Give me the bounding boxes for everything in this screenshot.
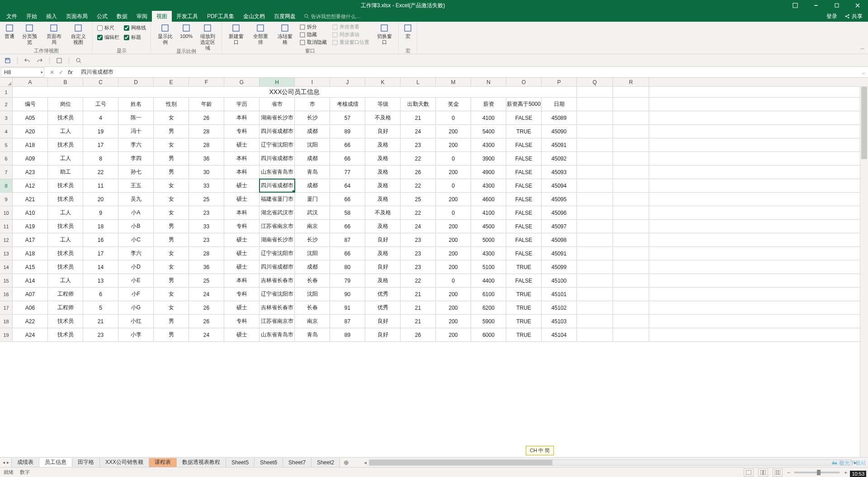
cell[interactable]: 吉林省长春市 [259, 274, 295, 287]
cell[interactable]: TRUE [506, 328, 542, 341]
cell[interactable]: A19 [13, 220, 48, 233]
cell[interactable] [613, 247, 649, 260]
menu-tab-7[interactable]: 视图 [152, 11, 172, 22]
cell[interactable]: 26 [189, 315, 224, 328]
cell[interactable]: 男 [154, 233, 189, 246]
cell[interactable]: 良好 [365, 233, 401, 246]
cell[interactable]: 男 [154, 152, 189, 165]
cell[interactable]: 58 [330, 206, 365, 219]
cell[interactable]: 23 [83, 328, 118, 341]
add-sheet-button[interactable]: ⊕ [340, 459, 353, 466]
cell[interactable]: 成都 [295, 179, 330, 192]
cell[interactable] [613, 233, 649, 246]
cell[interactable]: 硕士 [224, 301, 259, 314]
cell[interactable]: 小G [118, 301, 154, 314]
cell[interactable] [613, 138, 649, 151]
cell[interactable]: 湖南省长沙市 [259, 233, 295, 246]
row-header-8[interactable]: 8 [0, 179, 13, 192]
cell[interactable]: 四川省成都市 [259, 125, 295, 138]
col-header-Q[interactable]: Q [577, 78, 613, 86]
cell[interactable]: 工人 [48, 206, 83, 219]
cell[interactable]: 江苏省南京市 [259, 315, 295, 328]
cell[interactable]: 22 [401, 206, 436, 219]
menu-tab-2[interactable]: 插入 [42, 11, 61, 22]
cell[interactable]: 辽宁省沈阳市 [259, 138, 295, 151]
cell[interactable]: FALSE [506, 138, 542, 151]
cell[interactable]: 200 [436, 125, 471, 138]
cell[interactable]: A21 [13, 193, 48, 206]
cell[interactable]: 6100 [471, 288, 506, 301]
cell[interactable]: 小F [118, 288, 154, 301]
cell[interactable]: 25 [401, 193, 436, 206]
cell[interactable] [577, 288, 613, 301]
cell[interactable]: 奖金 [436, 98, 471, 111]
cell[interactable]: 及格 [365, 138, 401, 151]
cell[interactable]: 21 [83, 315, 118, 328]
cell[interactable]: 26 [189, 301, 224, 314]
sheet-tab-0[interactable]: 成绩表 [11, 458, 39, 467]
cell[interactable]: 22 [401, 152, 436, 165]
rbtn-zoom-1[interactable]: 100% [177, 23, 195, 40]
cell[interactable]: 女 [154, 111, 189, 124]
sheet-title[interactable]: XXX公司员工信息 [13, 87, 577, 97]
cell[interactable] [577, 260, 613, 274]
sheet-tab-5[interactable]: 数据透视表教程 [176, 458, 226, 467]
cell[interactable]: 省市 [259, 98, 295, 111]
cell[interactable]: 男 [154, 220, 189, 233]
share-button[interactable]: 共享 [841, 13, 866, 20]
rbtn-view-2[interactable]: 页面布局 [42, 23, 66, 46]
cell[interactable]: A20 [13, 125, 48, 138]
cell[interactable] [613, 87, 649, 97]
cell[interactable]: 本科 [224, 206, 259, 219]
menu-tab-0[interactable]: 文件 [2, 11, 22, 22]
cell[interactable]: 出勤天数 [401, 98, 436, 111]
vertical-scrollbar[interactable] [860, 87, 868, 457]
cell[interactable]: A23 [13, 165, 48, 179]
cell[interactable]: 女 [154, 206, 189, 219]
zoom-out-button[interactable]: − [787, 470, 790, 475]
cell[interactable]: 45092 [542, 152, 577, 165]
cell[interactable]: 26 [401, 165, 436, 179]
cell[interactable]: 考核成绩 [330, 98, 365, 111]
zoom-slider[interactable] [794, 472, 840, 473]
cell[interactable]: 本科 [224, 111, 259, 124]
cell[interactable] [577, 111, 613, 124]
cancel-formula-icon[interactable]: ✕ [50, 69, 54, 76]
cell[interactable] [613, 274, 649, 287]
cell[interactable]: 23 [189, 233, 224, 246]
cell[interactable] [613, 152, 649, 165]
cell[interactable]: 福建省厦门市 [259, 193, 295, 206]
cell[interactable]: 编号 [13, 98, 48, 111]
cell[interactable]: TRUE [506, 260, 542, 274]
col-header-K[interactable]: K [365, 78, 401, 86]
cell[interactable]: 24 [401, 125, 436, 138]
cell[interactable] [577, 179, 613, 192]
cell[interactable]: 女 [154, 193, 189, 206]
cell[interactable]: 小D [118, 260, 154, 274]
cell[interactable]: A09 [13, 152, 48, 165]
cell[interactable]: 0 [436, 179, 471, 192]
cell[interactable]: 四川省成都市 [259, 152, 295, 165]
cell[interactable] [613, 288, 649, 301]
cell[interactable]: 36 [189, 260, 224, 274]
rbtn-view-3[interactable]: 自定义视图 [66, 23, 90, 46]
cell[interactable]: 男 [154, 328, 189, 341]
ribbon-check-3[interactable]: 标题 [124, 34, 146, 41]
col-header-H[interactable]: H [259, 78, 295, 86]
cell[interactable]: 45103 [542, 315, 577, 328]
cell[interactable]: 硕士 [224, 328, 259, 341]
tab-scroll-left-icon[interactable]: ◂ [3, 460, 5, 465]
cell[interactable]: TRUE [506, 301, 542, 314]
cell[interactable]: 3900 [471, 152, 506, 165]
cell[interactable]: 21 [401, 315, 436, 328]
tab-scroll-right-icon[interactable]: ▸ [7, 460, 9, 465]
cell[interactable]: 技术员 [48, 111, 83, 124]
cell[interactable]: 工人 [48, 274, 83, 287]
cell[interactable] [613, 328, 649, 341]
cell[interactable]: 年龄 [189, 98, 224, 111]
col-header-O[interactable]: O [506, 78, 542, 86]
cell[interactable]: 33 [189, 179, 224, 192]
col-header-L[interactable]: L [401, 78, 436, 86]
cell[interactable]: 24 [401, 220, 436, 233]
cell[interactable]: 45101 [542, 288, 577, 301]
